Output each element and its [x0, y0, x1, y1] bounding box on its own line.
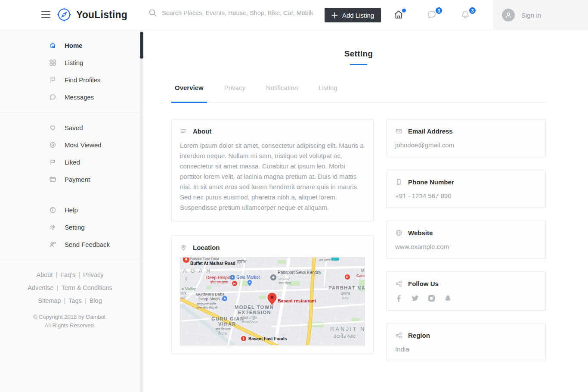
sidebar-item-most-viewed[interactable]: Most Viewed: [0, 136, 140, 153]
sidebar-item-find-profiles[interactable]: Find Profiles: [0, 71, 140, 88]
chat-icon: [49, 93, 56, 101]
footer-link-advertise[interactable]: Advertise: [28, 284, 53, 291]
globe-icon: [395, 229, 402, 236]
twitter-icon[interactable]: [412, 295, 419, 302]
page-title: Setting: [171, 49, 546, 59]
sidebar-item-liked[interactable]: Liked: [0, 153, 140, 171]
website-value: www.example.com: [395, 243, 537, 250]
share-icon: [395, 332, 402, 339]
logo[interactable]: YouListing: [56, 6, 127, 23]
main-content: Setting Overview Privacy Notification Li…: [143, 30, 588, 392]
sidebar-item-saved[interactable]: Saved: [0, 119, 140, 136]
svg-text:e Valley: e Valley: [182, 286, 196, 291]
sidebar-item-listing[interactable]: Listing: [0, 54, 140, 71]
svg-text:GURU GIAN: GURU GIAN: [211, 316, 244, 321]
footer-link-about[interactable]: About: [36, 271, 53, 278]
tab-overview[interactable]: Overview: [171, 84, 207, 103]
compass-logo-icon: [56, 6, 73, 23]
location-title: Location: [193, 244, 220, 251]
search-bar[interactable]: [149, 9, 316, 17]
heart-icon: [49, 124, 56, 131]
sign-in-button[interactable]: Sign in: [493, 0, 588, 30]
sidebar-item-home[interactable]: Home: [0, 37, 140, 54]
sidebar-label: Find Profiles: [65, 76, 100, 84]
svg-text:H: H: [233, 282, 235, 285]
svg-text:ਲੜੀ: ਲੜੀ: [180, 296, 186, 300]
facebook-icon[interactable]: [395, 295, 402, 302]
sidebar-label: Payment: [65, 176, 90, 183]
footer-link-blog[interactable]: Blog: [90, 297, 102, 304]
about-text: Lorem ipsum dolor sit amet, consectetur …: [180, 140, 365, 213]
location-card: Location: [171, 235, 374, 354]
svg-text:ਵਿਹਾਰ: ਵਿਹਾਰ: [218, 332, 227, 336]
svg-text:ਮੱਲ ਮਹਾਰ: ਮੱਲ ਮਹਾਰ: [319, 258, 331, 261]
sidebar-label: Messages: [65, 93, 94, 101]
flag-icon: [49, 76, 56, 84]
avatar-icon: [502, 9, 515, 22]
phone-value: +91 - 1234 567 890: [395, 192, 537, 199]
region-value: India: [395, 345, 537, 353]
svg-text:ਰਜਨ: ਰਜਨ: [180, 292, 187, 296]
social-links: [395, 295, 537, 302]
sidebar-item-send-feedback[interactable]: Send Feedback: [0, 236, 140, 253]
snapchat-icon[interactable]: [444, 295, 452, 302]
scrollbar-thumb[interactable]: [140, 32, 143, 59]
svg-text:ਪ੍ਰਭਾਤ: ਪ੍ਰਭਾਤ: [340, 292, 350, 296]
home-icon: [49, 42, 56, 49]
scrollbar-track[interactable]: [140, 30, 143, 392]
sidebar-label: Setting: [65, 224, 85, 231]
svg-text:ਰ: ਰ: [184, 276, 188, 281]
tab-privacy[interactable]: Privacy: [221, 84, 249, 103]
separator: |: [85, 297, 87, 304]
credit-card-icon: [49, 176, 56, 183]
sidebar-label: Liked: [65, 159, 80, 166]
footer-link-faqs[interactable]: Faq's: [60, 271, 75, 278]
hamburger-menu-button[interactable]: [41, 11, 50, 18]
sidebar-label: Help: [65, 206, 78, 214]
share-icon: [395, 280, 402, 287]
svg-text:ਬਾਬਾ ਦੀਪ ਸਿੰਘ ਜੀ: ਬਾਬਾ ਦੀਪ ਸਿੰਘ ਜੀ: [196, 306, 218, 309]
messages-button[interactable]: 3: [427, 9, 438, 21]
sidebar-item-messages[interactable]: Messages: [0, 88, 140, 106]
home-button[interactable]: [393, 9, 405, 21]
svg-text:Basant restaurant: Basant restaurant: [278, 298, 316, 303]
about-card: About Lorem ipsum dolor sit amet, consec…: [171, 119, 374, 221]
add-listing-button[interactable]: Add Listing: [325, 8, 381, 22]
svg-text:ਗ੍ਰਾਮ: ਗ੍ਰਾਮ: [236, 259, 247, 264]
svg-text:Cance: Cance: [356, 274, 365, 278]
footer-link-terms[interactable]: Term & Conditions: [61, 284, 112, 291]
footer-link-tags[interactable]: Tags: [68, 297, 82, 304]
svg-text:EXTENSION: EXTENSION: [238, 310, 271, 315]
phone-card: Phone Number +91 - 1234 567 890: [387, 170, 546, 208]
tab-notification[interactable]: Notification: [263, 84, 301, 103]
email-title: Email Address: [408, 128, 453, 135]
sidebar-footer: About|Faq's|Privacy Advertise|Term & Con…: [0, 259, 140, 330]
region-title: Region: [408, 332, 430, 339]
sidebar-label: Saved: [65, 124, 83, 131]
tab-listing[interactable]: Listing: [315, 84, 340, 103]
svg-text:Buffet At Malhar Road: Buffet At Malhar Road: [190, 261, 235, 266]
svg-text:Deep Singh Ji: Deep Singh Ji: [198, 296, 224, 301]
envelope-icon: [395, 128, 402, 135]
app-header: YouListing Add Listing 3: [0, 0, 588, 30]
separator: |: [64, 297, 65, 304]
add-listing-label: Add Listing: [342, 12, 374, 19]
svg-text:ਗੁਰੂ ਗਿਆਨ: ਗੁਰੂ ਗਿਆਨ: [215, 327, 231, 332]
location-map[interactable]: Basant Fast Food Buffet At Malhar Road ਗ…: [180, 257, 365, 345]
follow-us-title: Follow Us: [408, 280, 439, 287]
footer-link-sitemap[interactable]: Sitemap: [38, 297, 61, 304]
svg-text:A G A R: A G A R: [183, 268, 212, 274]
sidebar-item-help[interactable]: Help: [0, 201, 140, 218]
map-pin-icon: [180, 244, 187, 251]
about-title: About: [193, 128, 211, 135]
sidebar: Home Listing Find Profiles Messages: [0, 30, 140, 392]
title-underline: [350, 64, 367, 65]
footer-link-privacy[interactable]: Privacy: [83, 271, 104, 278]
search-input[interactable]: [161, 9, 314, 17]
notifications-button[interactable]: 3: [460, 9, 471, 21]
sidebar-item-payment[interactable]: Payment: [0, 171, 140, 188]
home-notification-dot: [402, 9, 406, 12]
sidebar-item-setting[interactable]: Setting: [0, 218, 140, 236]
instagram-icon[interactable]: [428, 295, 435, 302]
svg-text:Gole Market: Gole Market: [236, 275, 260, 280]
